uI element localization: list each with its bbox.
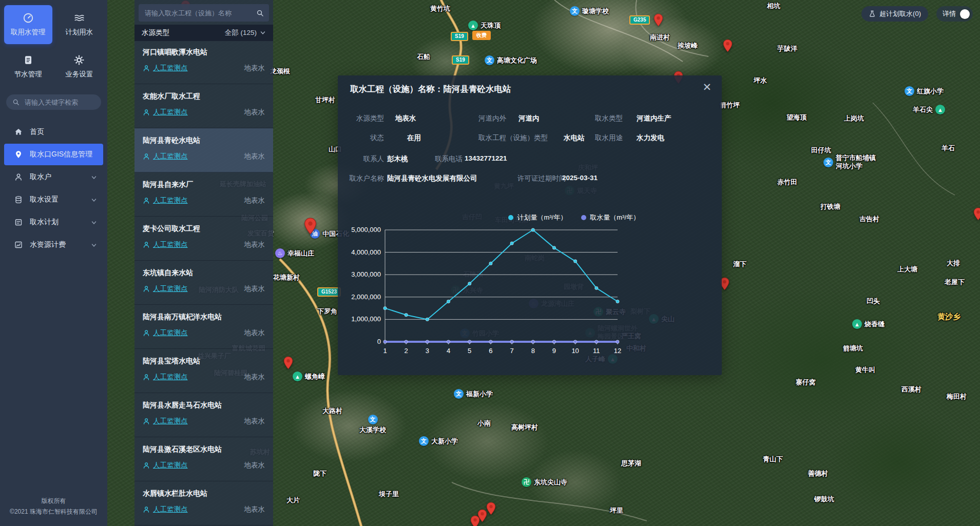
map-label: 锣鼓坑 bbox=[814, 495, 834, 504]
person-icon bbox=[143, 65, 150, 72]
map-label: 花塘新村 bbox=[273, 273, 300, 282]
field-label: 取水类型 bbox=[595, 114, 623, 123]
monitor-point-link[interactable]: 人工监测点 bbox=[143, 240, 188, 249]
map-marker-pin[interactable] bbox=[470, 515, 480, 526]
school-icon: 文 bbox=[419, 436, 429, 446]
station-list-item[interactable]: 陆河县宝塔水电站 人工监测点 地表水 bbox=[134, 349, 273, 393]
detail-toggle[interactable]: 详情 bbox=[936, 6, 973, 22]
monitor-point-link[interactable]: 人工监测点 bbox=[143, 152, 188, 161]
svg-text:1,000,000: 1,000,000 bbox=[351, 315, 381, 323]
app-tab-plan-water[interactable]: 计划用水 bbox=[55, 5, 104, 44]
sidebar-item-billing[interactable]: 水资源计费 bbox=[4, 234, 103, 256]
water-type-label: 地表水 bbox=[244, 64, 265, 73]
station-list-item[interactable]: 水唇镇水栏肚水电站 人工监测点 地表水 bbox=[134, 481, 273, 525]
person-icon bbox=[143, 462, 150, 469]
map-marker-pin[interactable] bbox=[304, 218, 317, 235]
map-marker-pin[interactable] bbox=[486, 502, 496, 515]
sidebar-search-box bbox=[6, 94, 101, 110]
station-list-item[interactable]: 东坑镇自来水站 人工监测点 地表水 bbox=[134, 261, 273, 305]
station-list-item[interactable]: 河口镇唱歌潭水电站 人工监测点 地表水 bbox=[134, 40, 273, 84]
person-icon bbox=[143, 109, 150, 116]
map-label: 黄牛叫 bbox=[855, 365, 875, 375]
station-list-item[interactable]: 麦卡公司取水工程 人工监测点 地表水 bbox=[134, 217, 273, 261]
map-marker-pin[interactable] bbox=[973, 207, 980, 221]
station-list-item[interactable]: 陆河县青砼水电站 人工监测点 地表水 bbox=[134, 128, 273, 172]
map-label: 卍东坑尖山寺 bbox=[522, 477, 567, 487]
water-source-filter[interactable]: 水源类型 全部 (125) bbox=[134, 25, 273, 41]
sidebar-item-users[interactable]: 取水户 bbox=[4, 166, 103, 188]
chevron-down-icon[interactable] bbox=[91, 242, 97, 248]
map-label: 梅田村 bbox=[947, 392, 967, 401]
svg-text:1: 1 bbox=[383, 347, 387, 355]
water-type-label: 地表水 bbox=[244, 196, 265, 205]
station-list-item[interactable]: 陆河县自来水厂 人工监测点 地表水 bbox=[134, 172, 273, 217]
field-label: 联系电话 bbox=[435, 154, 463, 164]
field-label: 状态 bbox=[347, 133, 384, 143]
waves-icon bbox=[73, 12, 85, 24]
monitor-point-link[interactable]: 人工监测点 bbox=[143, 108, 188, 117]
water-type-label: 地表水 bbox=[244, 417, 265, 426]
station-list-item[interactable]: 陆河县激石溪老区水电站 人工监测点 地表水 bbox=[134, 437, 273, 481]
user-icon bbox=[14, 173, 23, 181]
school-icon: 文 bbox=[905, 86, 914, 96]
map-label: 大片 bbox=[286, 496, 300, 505]
field-value: 水力发电 bbox=[637, 133, 664, 143]
svg-text:5: 5 bbox=[468, 347, 471, 355]
map-label: 文福新小学 bbox=[454, 389, 493, 399]
svg-text:0: 0 bbox=[377, 338, 381, 345]
school-icon: 文 bbox=[454, 389, 464, 399]
station-search-input[interactable] bbox=[144, 9, 256, 17]
chevron-down-icon[interactable] bbox=[91, 219, 97, 225]
map-marker-pin[interactable] bbox=[723, 39, 733, 52]
map-label: 善德村 bbox=[808, 469, 828, 478]
filter-value[interactable]: 全部 (125) bbox=[225, 28, 257, 37]
map-marker-pin[interactable] bbox=[283, 356, 293, 369]
sidebar-item-intake-settings[interactable]: 取水设置 bbox=[4, 189, 103, 210]
chevron-down-icon[interactable] bbox=[91, 197, 97, 203]
field-value: 13432771221 bbox=[465, 154, 507, 162]
legend-item[interactable]: 计划量（m³/年） bbox=[508, 213, 567, 222]
search-icon[interactable] bbox=[256, 9, 264, 17]
monitor-point-link[interactable]: 人工监测点 bbox=[143, 417, 188, 426]
field-label: 水源类型 bbox=[347, 114, 384, 123]
map-label: 黄竹坑 bbox=[430, 4, 450, 13]
sidebar-item-intake-plan[interactable]: 取水计划 bbox=[4, 211, 103, 233]
svg-text:4: 4 bbox=[447, 347, 450, 355]
sidebar-item-home[interactable]: 首页 bbox=[4, 121, 103, 143]
station-detail-modal: 取水工程（设施）名称：陆河县青砼水电站 ✕ 水源类型 地表水 河道内外 河道内 … bbox=[338, 75, 722, 375]
chevron-down-icon[interactable] bbox=[91, 174, 97, 180]
close-icon[interactable]: ✕ bbox=[702, 82, 712, 92]
app-tab-save-water[interactable]: 节水管理 bbox=[4, 47, 52, 86]
map-label: 陇下 bbox=[313, 469, 326, 478]
monitor-point-link[interactable]: 人工监测点 bbox=[143, 284, 188, 294]
map-label: 箭竹坪 bbox=[720, 101, 740, 110]
map-label: 文大溪学校 bbox=[359, 415, 386, 435]
map-label: 挨坡峰 bbox=[678, 41, 698, 50]
monitor-point-link[interactable]: 人工监测点 bbox=[143, 196, 188, 205]
monitor-point-link[interactable]: 人工监测点 bbox=[143, 64, 188, 73]
sidebar-item-gis[interactable]: 取水口GIS信息管理 bbox=[4, 144, 103, 165]
road-badge: 收费 bbox=[472, 31, 491, 40]
app-tab-settings[interactable]: 业务设置 bbox=[55, 47, 104, 86]
over-plan-alert-button[interactable]: 超计划取水(0) bbox=[861, 6, 928, 22]
monitor-point-link[interactable]: 人工监测点 bbox=[143, 373, 188, 382]
sidebar-search-input[interactable] bbox=[24, 98, 95, 107]
person-icon bbox=[143, 374, 150, 381]
monitor-point-link[interactable]: 人工监测点 bbox=[143, 461, 188, 470]
svg-text:2: 2 bbox=[405, 347, 408, 355]
sidebar: 取用水管理 计划用水 节水管理 业务设置 首页 取水口GIS信息管理 取水户 取… bbox=[0, 0, 107, 526]
chevron-down-icon[interactable] bbox=[260, 30, 266, 36]
map-marker-pin[interactable] bbox=[654, 13, 663, 27]
station-list-item[interactable]: 陆河县南万镇杞洋水电站 人工监测点 地表水 bbox=[134, 305, 273, 349]
app-tab-water-use[interactable]: 取用水管理 bbox=[4, 5, 52, 44]
school-icon: 文 bbox=[823, 158, 833, 167]
station-list-item[interactable]: 友能水厂取水工程 人工监测点 地表水 bbox=[134, 84, 273, 128]
toggle-knob[interactable] bbox=[960, 9, 970, 19]
station-search-box bbox=[139, 4, 269, 22]
map-label: 上大塘 bbox=[897, 265, 917, 274]
legend-item[interactable]: 取水量（m³/年） bbox=[581, 213, 640, 222]
station-list-item[interactable]: 陆河县水唇走马石水电站 人工监测点 地表水 bbox=[134, 393, 273, 437]
monitor-point-link[interactable]: 人工监测点 bbox=[143, 505, 188, 514]
monitor-point-link[interactable]: 人工监测点 bbox=[143, 328, 188, 338]
flask-icon bbox=[869, 10, 876, 17]
